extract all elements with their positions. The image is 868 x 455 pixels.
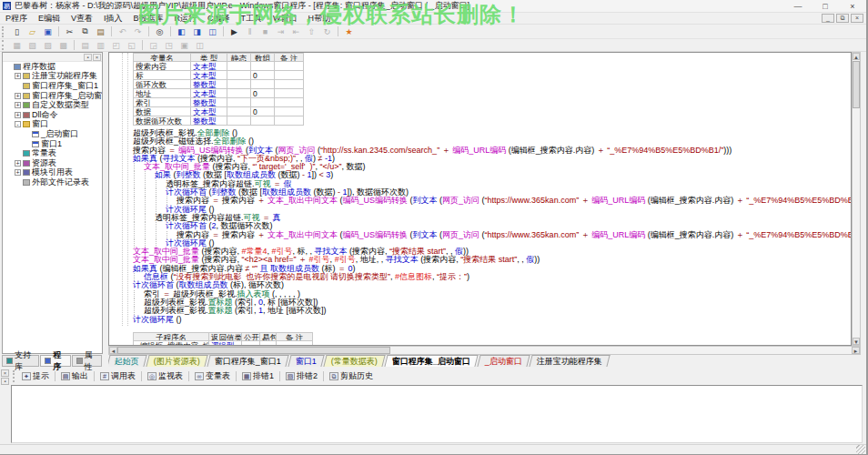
menu-item-7[interactable]: T工具	[236, 14, 268, 23]
horizontal-scrollbar[interactable]: ◄ ►	[108, 346, 861, 355]
scroll-down-icon[interactable]: ▼	[853, 338, 860, 345]
panel-tab-属性[interactable]: 属性	[72, 355, 102, 367]
doc-tab-1[interactable]: (图片资源表)	[146, 355, 207, 367]
table-row[interactable]: 标文本型0	[133, 71, 304, 80]
mdi-restore-icon[interactable]: ⧉	[836, 14, 849, 23]
table-header-row: 变量名类 型静态数组备 注	[133, 53, 304, 62]
doc-tab-4[interactable]: (常量数据表)	[323, 355, 385, 367]
toolbar-separator	[58, 26, 59, 36]
format-icon-4: ▩	[56, 39, 70, 51]
code-token: , 地址, ,	[356, 255, 386, 264]
assistant-icon[interactable]: ★	[342, 25, 356, 37]
table-row[interactable]: 搜索内容文本型	[133, 62, 304, 71]
window-code-icon[interactable]: ◧	[175, 25, 188, 37]
window-split-icon[interactable]: ◫	[206, 25, 219, 37]
bottom-tool-3[interactable]: ◎监视表	[147, 370, 183, 382]
paste-icon[interactable]: ▤	[94, 25, 107, 37]
output-panel[interactable]	[11, 385, 863, 443]
window-title: 巴黎春树：杨家将 - D:\我的源码\超级用户VIP\超级用户VIP.e - W…	[15, 0, 469, 12]
expand-icon[interactable]: +	[15, 73, 21, 79]
app-window: 易 巴黎春树：杨家将 - D:\我的源码\超级用户VIP\超级用户VIP.e -…	[0, 0, 868, 455]
save-icon[interactable]: ▣	[41, 25, 55, 37]
panel-close-icon[interactable]: ×	[93, 54, 101, 61]
output-close-icon[interactable]: ×	[1, 369, 9, 377]
pin-icon[interactable]: ▪	[84, 54, 92, 61]
code-token: 搜索内容	[220, 196, 257, 205]
bottom-tool-1[interactable]: ▤输出	[61, 370, 88, 382]
menu-item-9[interactable]: H帮助	[303, 14, 337, 23]
bottom-tool-0[interactable]: ✦提示	[22, 370, 49, 382]
code-token: 假	[526, 255, 534, 264]
minimize-button[interactable]: —	[784, 0, 812, 12]
indent-guide	[134, 298, 144, 307]
scroll-left-icon[interactable]: ◄	[109, 347, 117, 354]
table-row[interactable]: 循环次数整数型	[133, 80, 304, 89]
menu-item-4[interactable]: B数据库	[128, 14, 169, 23]
bottom-tool-6[interactable]: ▧排错2	[286, 370, 318, 382]
doc-tab-5[interactable]: 窗口程序集_启动窗口	[384, 355, 478, 367]
run-icon[interactable]: ▶	[227, 25, 241, 37]
code-token: ＋	[581, 196, 590, 205]
menu-item-5[interactable]: R运行	[169, 14, 203, 23]
output-pin-icon[interactable]: ▪	[1, 378, 9, 385]
vertical-scroll-thumb[interactable]	[853, 61, 860, 108]
cut-icon[interactable]: ✂	[63, 25, 76, 37]
table-cell	[227, 62, 251, 71]
indent-guide	[134, 188, 144, 197]
close-button[interactable]: ×	[839, 0, 866, 12]
code-editor[interactable]: 变量名类 型静态数组备 注搜索内容文本型标文本型0循环次数整数型地址文本型0索引…	[108, 52, 852, 346]
menu-item-3[interactable]: I插入	[98, 14, 128, 23]
doc-tab-7[interactable]: 注册宝功能程序集	[529, 355, 610, 367]
bottom-tool-5[interactable]: ▦排错1	[242, 370, 274, 382]
doc-tab-3[interactable]: 窗口1	[288, 355, 324, 367]
menu-item-1[interactable]: E编辑	[33, 14, 66, 23]
code-lines: 超级列表框_影视.全部删除 ()超级列表框_磁链选择.全部删除 ()搜索内容 ＝…	[133, 129, 852, 324]
expand-icon[interactable]: +	[15, 112, 21, 118]
panel-tab-程序[interactable]: 程序	[40, 355, 70, 367]
resize-grip-icon[interactable]	[856, 445, 865, 454]
doc-tab-2[interactable]: 窗口程序集_窗口1	[207, 355, 288, 367]
code-token: ＋	[442, 146, 450, 155]
step-out-icon: ⇧	[305, 25, 318, 37]
new-icon[interactable]: ▯	[10, 25, 24, 37]
code-token: )	[330, 170, 333, 179]
collapse-icon[interactable]: -	[15, 121, 21, 127]
vertical-scrollbar[interactable]: ▲ ▼	[852, 52, 861, 346]
menu-item-6[interactable]: C编译	[202, 14, 236, 23]
menu-item-8[interactable]: W窗口	[267, 14, 303, 23]
indent-guide	[156, 222, 166, 230]
doc-tab-6[interactable]: _启动窗口	[477, 355, 530, 367]
horizontal-scroll-thumb[interactable]	[117, 347, 390, 354]
find-icon[interactable]: ◎	[153, 25, 167, 37]
bottom-tool-2[interactable]: #调用表	[100, 370, 136, 382]
menu-item-2[interactable]: V查看	[66, 14, 98, 23]
maximize-button[interactable]: □	[812, 0, 839, 12]
table-cell	[275, 71, 304, 80]
copy-icon[interactable]: ⧉	[78, 25, 92, 37]
table-row[interactable]: 地址文本型0	[133, 89, 304, 98]
mdi-close-icon[interactable]: ×	[851, 14, 863, 23]
mdi-minimize-icon[interactable]: _	[822, 14, 834, 23]
column-header: 公开	[242, 332, 260, 341]
code-token: ＋	[257, 230, 266, 239]
bottom-tool-7[interactable]: ⧉剪贴历史	[329, 370, 373, 382]
table-row[interactable]: 数据文本型0	[133, 107, 304, 116]
doc-tab-0[interactable]: 起始页	[108, 355, 147, 367]
window-form-icon[interactable]: ◨	[190, 25, 204, 37]
panel-tab-支持库[interactable]: 支持库	[2, 355, 39, 367]
tree-item-12[interactable]: 外部文件记录表	[3, 177, 102, 187]
table-row[interactable]: 数据循环次数整数型	[133, 116, 304, 126]
table-row[interactable]: 索引整数型	[133, 98, 304, 107]
expand-icon[interactable]: +	[15, 160, 21, 167]
expand-icon[interactable]: +	[15, 102, 21, 108]
open-icon[interactable]: ▱	[25, 25, 39, 37]
scroll-right-icon[interactable]: ►	[852, 347, 860, 354]
expand-icon[interactable]: +	[15, 93, 21, 99]
table-cell	[275, 80, 304, 89]
expand-icon[interactable]: +	[15, 169, 21, 176]
code-token: (编辑框_搜索内容.内容)	[645, 196, 736, 205]
bottom-tool-4[interactable]: ∞变量表	[195, 370, 230, 382]
scroll-up-icon[interactable]: ▲	[853, 53, 860, 60]
tree-item-5[interactable]: +Dll命令	[3, 110, 102, 120]
menu-item-0[interactable]: P程序	[0, 14, 33, 23]
